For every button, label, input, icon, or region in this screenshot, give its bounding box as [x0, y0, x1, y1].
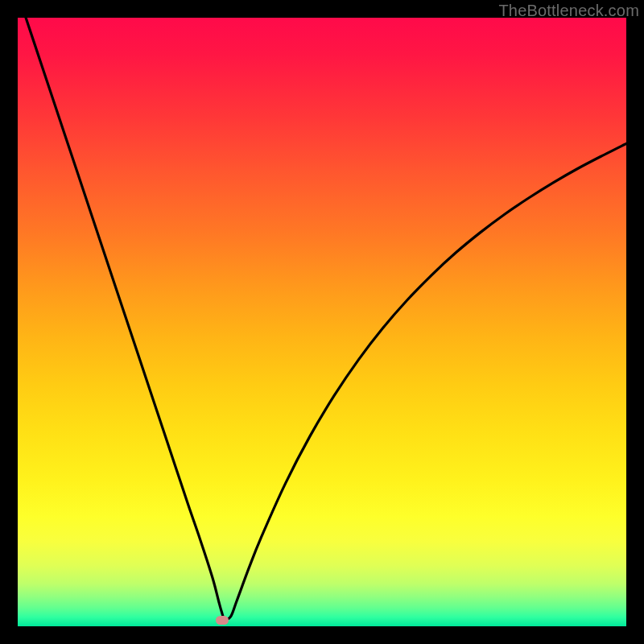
optimal-point-marker — [216, 616, 229, 625]
curve-svg — [18, 18, 626, 626]
bottleneck-curve-path — [18, 18, 626, 619]
plot-area — [18, 18, 626, 626]
chart-frame: TheBottleneck.com — [0, 0, 644, 644]
attribution-label: TheBottleneck.com — [498, 2, 639, 20]
